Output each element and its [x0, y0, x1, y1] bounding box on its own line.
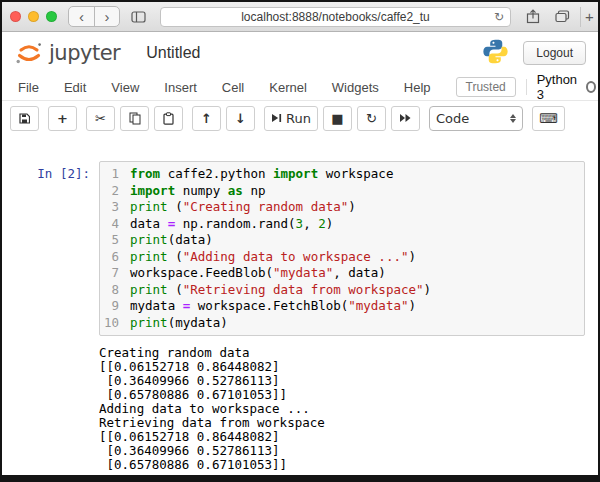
tabs-icon	[555, 10, 570, 23]
restart-kernel-button[interactable]: ↻	[357, 106, 386, 131]
run-label: Run	[286, 111, 311, 126]
line-number: 8	[104, 282, 130, 299]
copy-icon	[129, 112, 141, 125]
menu-item-insert[interactable]: Insert	[164, 80, 197, 95]
nav-buttons: ‹ ›	[68, 6, 120, 27]
menu-item-kernel[interactable]: Kernel	[269, 80, 307, 95]
save-button[interactable]	[10, 106, 39, 131]
input-prompt: In [2]:	[2, 161, 99, 336]
paste-cell-button[interactable]	[154, 106, 183, 131]
new-tab-button[interactable]: +	[580, 7, 598, 27]
code-line-7[interactable]: 7workspace.FeedBlob("mydata", data)	[104, 265, 580, 282]
code-line-8[interactable]: 8print ("Retrieving data from workspace"…	[104, 282, 580, 299]
kernel-indicator: Python 3	[537, 72, 597, 102]
menu-item-file[interactable]: File	[18, 80, 39, 95]
minimize-window-button[interactable]	[28, 11, 39, 22]
output-cell: Creating random data[[0.06152718 0.86448…	[2, 346, 598, 472]
line-number: 10	[104, 315, 130, 332]
menu-item-widgets[interactable]: Widgets	[332, 80, 379, 95]
share-button[interactable]	[522, 7, 544, 27]
python-logo-icon	[482, 38, 509, 69]
close-window-button[interactable]	[10, 11, 21, 22]
code-line-10[interactable]: 10print(mydata)	[104, 315, 580, 332]
line-number: 6	[104, 249, 130, 266]
code-line-4[interactable]: 4data = np.random.rand(3, 2)	[104, 216, 580, 233]
reload-icon[interactable]: ↻	[494, 10, 504, 24]
share-icon	[526, 9, 540, 24]
url-text: localhost:8888/notebooks/caffe2_tu	[241, 10, 430, 24]
menu-item-help[interactable]: Help	[404, 80, 431, 95]
output-line: [0.65780886 0.67101053]]	[99, 458, 598, 472]
copy-cell-button[interactable]	[120, 106, 149, 131]
menu-divider	[526, 79, 527, 95]
trusted-badge[interactable]: Trusted	[456, 77, 516, 97]
cell-type-select[interactable]: Code	[429, 106, 523, 131]
forward-button[interactable]: ›	[94, 7, 119, 26]
line-number: 1	[104, 166, 130, 183]
output-line: [[0.06152718 0.86448082]	[99, 360, 598, 374]
output-line: [0.36409966 0.52786113]	[99, 444, 598, 458]
line-number: 3	[104, 199, 130, 216]
output-area: Creating random data[[0.06152718 0.86448…	[99, 346, 598, 472]
zoom-window-button[interactable]	[46, 11, 57, 22]
paste-icon	[163, 112, 174, 125]
command-palette-button[interactable]: ⌨	[532, 106, 565, 131]
jupyter-logo[interactable]: jupyter	[14, 40, 120, 67]
output-line: [0.36409966 0.52786113]	[99, 374, 598, 388]
add-cell-button[interactable]: +	[48, 106, 77, 131]
move-cell-down-button[interactable]: ↓	[226, 106, 255, 131]
run-cell-button[interactable]: Run	[264, 106, 318, 131]
output-prompt	[2, 346, 99, 472]
output-line: Retrieving data from workspace	[99, 416, 598, 430]
line-number: 4	[104, 216, 130, 233]
jupyter-wordmark: jupyter	[49, 41, 120, 65]
browser-window: ‹ › localhost:8888/notebooks/caffe2_tu ↻	[0, 0, 600, 482]
menu-item-edit[interactable]: Edit	[64, 80, 86, 95]
save-icon	[19, 113, 30, 124]
cell-type-value: Code	[436, 111, 469, 126]
jupyter-planet-icon	[14, 40, 44, 67]
select-arrows-icon	[510, 114, 516, 123]
output-line: Creating random data	[99, 346, 598, 360]
line-number: 7	[104, 265, 130, 282]
line-number: 9	[104, 298, 130, 315]
address-bar[interactable]: localhost:8888/notebooks/caffe2_tu ↻	[160, 7, 511, 27]
code-line-9[interactable]: 9mydata = workspace.FetchBlob("mydata")	[104, 298, 580, 315]
kernel-idle-icon	[586, 81, 597, 93]
sidebar-icon	[131, 11, 146, 23]
kernel-name: Python 3	[537, 72, 579, 102]
output-line: [0.65780886 0.67101053]]	[99, 388, 598, 402]
fast-forward-icon	[399, 113, 412, 123]
move-cell-up-button[interactable]: ↑	[192, 106, 221, 131]
code-line-2[interactable]: 2import numpy as np	[104, 183, 580, 200]
code-cell: In [2]: 1from caffe2.python import works…	[2, 161, 598, 336]
back-button[interactable]: ‹	[69, 7, 94, 26]
notebook-header: jupyter Untitled Logout	[2, 32, 598, 74]
logout-button[interactable]: Logout	[523, 41, 586, 65]
menu-items: FileEditViewInsertCellKernelWidgetsHelp	[18, 80, 456, 95]
code-line-1[interactable]: 1from caffe2.python import workspace	[104, 166, 580, 183]
restart-run-all-button[interactable]	[391, 106, 420, 131]
sidebar-toggle-button[interactable]	[127, 7, 149, 27]
menu-right: Trusted Python 3	[456, 72, 597, 102]
menu-item-cell[interactable]: Cell	[222, 80, 244, 95]
line-number: 5	[104, 232, 130, 249]
notebook-body: In [2]: 1from caffe2.python import works…	[2, 135, 598, 475]
output-line: Adding data to workspace ...	[99, 402, 598, 416]
code-line-3[interactable]: 3print ("Creating random data")	[104, 199, 580, 216]
window-controls	[10, 11, 57, 22]
run-icon	[271, 113, 282, 123]
notebook-title[interactable]: Untitled	[146, 44, 200, 62]
output-line: [[0.06152718 0.86448082]	[99, 430, 598, 444]
tab-overview-button[interactable]	[551, 7, 573, 27]
menu-bar: FileEditViewInsertCellKernelWidgetsHelp …	[2, 74, 598, 101]
notebook-toolbar: + ✂ ↑ ↓ Run ■ ↻	[2, 101, 598, 135]
code-line-6[interactable]: 6print ("Adding data to workspace ...")	[104, 249, 580, 266]
line-number: 2	[104, 183, 130, 200]
browser-chrome: ‹ › localhost:8888/notebooks/caffe2_tu ↻	[2, 2, 598, 32]
menu-item-view[interactable]: View	[111, 80, 139, 95]
cut-cell-button[interactable]: ✂	[86, 106, 115, 131]
interrupt-kernel-button[interactable]: ■	[323, 106, 352, 131]
code-area[interactable]: 1from caffe2.python import workspace2imp…	[99, 161, 585, 336]
code-line-5[interactable]: 5print(data)	[104, 232, 580, 249]
